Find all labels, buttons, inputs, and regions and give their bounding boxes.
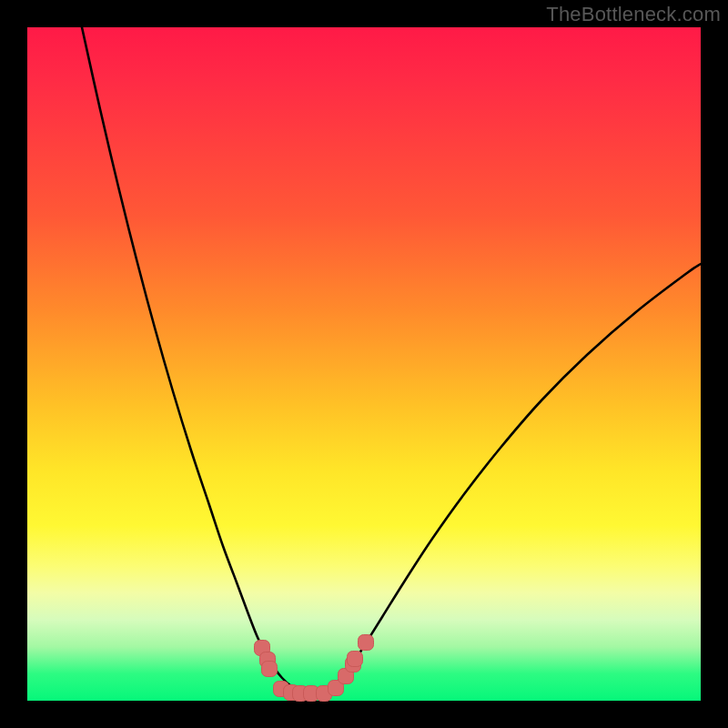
curve-left-path — [82, 27, 300, 692]
data-marker — [348, 652, 363, 667]
plot-area — [27, 27, 701, 701]
curve-left — [82, 27, 300, 692]
curve-right — [328, 264, 701, 692]
curve-right-path — [328, 264, 701, 692]
data-marker — [262, 662, 278, 677]
chart-svg — [27, 27, 701, 701]
data-marker — [359, 635, 374, 651]
watermark-text: TheBottleneck.com — [546, 3, 721, 26]
chart-frame: TheBottleneck.com — [0, 0, 728, 728]
marker-group — [255, 635, 374, 702]
